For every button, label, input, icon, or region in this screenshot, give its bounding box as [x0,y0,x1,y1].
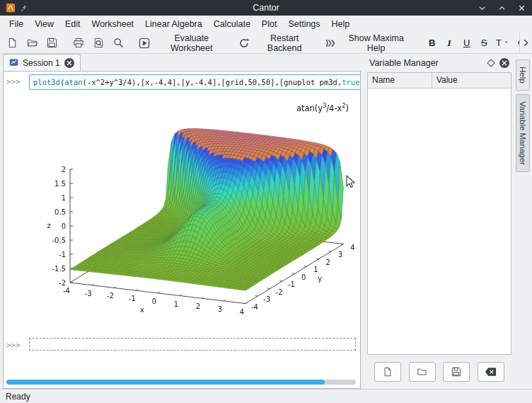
main-toolbar: Evaluate Worksheet Restart Backend Show … [0,33,532,54]
superscript-mark: * [505,40,507,46]
tab-close-icon[interactable] [64,58,74,68]
save-icon [47,38,57,48]
strikethrough-button[interactable]: S [475,35,492,50]
chevron-right-icon [523,39,529,47]
print-button[interactable] [69,35,88,50]
save-worksheet-button[interactable] [42,35,62,50]
menu-calculate[interactable]: Calculate [208,16,256,32]
column-header-value[interactable]: Value [432,73,462,88]
superscript-button[interactable]: T* [493,35,510,50]
session-tab-bar: Session 1 [0,54,364,71]
search-icon [113,38,124,48]
maximize-button[interactable] [497,4,507,13]
menu-view[interactable]: View [29,16,59,32]
new-document-icon [383,367,393,377]
menu-worksheet[interactable]: Worksheet [86,16,140,32]
clear-variables-button[interactable] [478,362,504,382]
dock-tab-strip: Help Variable Manager [514,54,532,389]
underline-label: U [463,38,470,48]
next-command-field[interactable] [29,338,356,351]
maxima-help-icon [325,38,336,49]
evaluate-play-icon [139,38,150,49]
variable-table: Name Value [367,72,511,355]
toolbar-overflow-button[interactable] [519,33,532,53]
folder-open-icon [27,38,37,48]
horizontal-scrollbar-thumb[interactable] [6,380,325,385]
show-maxima-help-label: Show Maxima Help [340,33,412,53]
new-worksheet-button[interactable] [3,35,22,50]
menu-bar: File View Edit Worksheet Linear Algebra … [0,16,532,33]
worksheet: >>> plot3d(atan(-x^2+y^3/4),[x,-4,4],[y,… [3,71,361,389]
app-icon [6,3,16,13]
mouse-cursor [346,175,356,189]
minimize-button[interactable] [478,4,487,13]
italic-button[interactable]: I [441,35,458,51]
restart-icon [238,38,250,49]
bold-button[interactable]: B [424,35,441,50]
variable-table-body [368,89,511,354]
show-maxima-help-button[interactable]: Show Maxima Help [320,31,417,55]
status-text: Ready [6,392,30,402]
horizontal-scrollbar[interactable] [6,380,356,385]
clear-backspace-icon [485,367,497,377]
next-command-prompt: >>> [6,338,25,350]
load-variables-button[interactable] [409,362,436,382]
dock-tab-variable-manager[interactable]: Variable Manager [516,94,530,172]
underline-button[interactable]: U [458,35,475,50]
menu-settings[interactable]: Settings [282,16,325,32]
print-preview-icon [93,38,104,48]
open-worksheet-button[interactable] [23,35,42,50]
restart-backend-label: Restart Backend [253,33,316,53]
pin-icon[interactable] [21,4,28,12]
next-command-entry: >>> [6,338,357,351]
title-bar: Cantor [0,0,532,16]
printer-icon [73,38,84,48]
main-area: Session 1 >>> plot3d(atan(-x^2+y^3/4),[x… [0,54,532,389]
command-text: plot3d(atan(-x^2+y^3/4),[x,-4,4],[y,-4,4… [33,78,361,86]
window-title: Cantor [0,3,532,13]
plot-canvas [6,94,359,331]
superscript-label: T [496,38,502,48]
menu-plot[interactable]: Plot [256,16,283,32]
folder-icon [417,367,427,377]
evaluate-worksheet-button[interactable]: Evaluate Worksheet [134,31,233,55]
command-entry: >>> plot3d(atan(-x^2+y^3/4),[x,-4,4],[y,… [6,74,357,90]
dock-tab-help[interactable]: Help [516,59,530,91]
close-button[interactable] [517,4,526,13]
strikethrough-label: S [481,38,487,48]
panel-float-icon[interactable] [487,59,495,67]
restart-backend-button[interactable]: Restart Backend [234,31,320,55]
command-field[interactable]: plot3d(atan(-x^2+y^3/4),[x,-4,4],[y,-4,4… [29,74,361,90]
variable-manager-title: Variable Manager [369,58,482,68]
menu-help[interactable]: Help [326,16,356,32]
plot-output: atan(y3/4-x2) [6,94,359,332]
variable-manager-toolbar [367,361,511,389]
column-header-name[interactable]: Name [368,73,432,88]
session-tab-label: Session 1 [23,58,60,68]
variable-manager-panel: Variable Manager Name Value [364,54,514,389]
bold-label: B [429,38,435,48]
status-bar: Ready [0,389,532,403]
menu-file[interactable]: File [4,16,29,32]
italic-label: I [448,38,451,49]
find-button[interactable] [109,35,128,50]
panel-close-icon[interactable] [499,58,509,68]
save-variables-button[interactable] [443,362,470,382]
new-document-icon [7,38,18,48]
session-icon [9,58,18,67]
command-prompt: >>> [6,74,25,86]
new-variable-button[interactable] [374,362,401,382]
menu-edit[interactable]: Edit [59,16,86,32]
plot-title-label: atan(y3/4-x2) [296,103,349,113]
save-icon [451,367,461,377]
menu-linear-algebra[interactable]: Linear Algebra [139,16,208,32]
print-preview-button[interactable] [89,35,108,50]
evaluate-worksheet-label: Evaluate Worksheet [154,33,229,53]
tab-session-1[interactable]: Session 1 [3,54,81,71]
